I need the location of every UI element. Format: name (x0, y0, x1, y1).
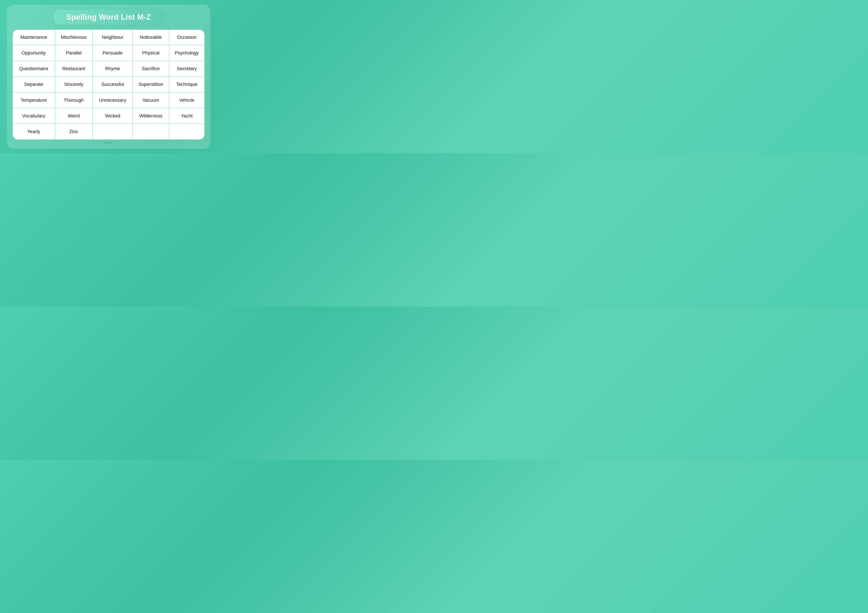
word-cell: Yacht (169, 108, 205, 124)
word-cell (93, 124, 133, 139)
table-row: QuestionnaireRestaurantRhymeSacrificeSec… (13, 61, 205, 76)
word-cell: Wilderness (133, 108, 169, 124)
page-title: Spelling Word List M-Z (66, 13, 151, 22)
word-cell: Weird (55, 108, 93, 124)
page-container: Spelling Word List M-Z MaintenanceMischi… (7, 5, 210, 149)
word-cell: Yearly (13, 124, 55, 139)
title-pill: Spelling Word List M-Z (53, 10, 164, 25)
word-cell: Temperature (13, 93, 55, 108)
word-cell: Persuade (93, 45, 133, 61)
word-cell: Maintenance (13, 30, 55, 45)
word-cell (133, 124, 169, 139)
word-cell: Vacuum (133, 93, 169, 108)
table-row: VocabularyWeirdWickedWildernessYacht (13, 108, 205, 124)
word-cell: Rhyme (93, 61, 133, 76)
word-cell: Psychology (169, 45, 205, 61)
word-table: MaintenanceMischievousNeighbourNoticeabl… (13, 30, 205, 139)
table-row: YearlyZinc (13, 124, 205, 139)
word-cell: Superstition (133, 76, 169, 92)
word-cell: Secretary (169, 61, 205, 76)
word-cell: Vocabulary (13, 108, 55, 124)
word-cell: Zinc (55, 124, 93, 139)
table-row: SeparateSincerelySuccessfulSuperstitionT… (13, 76, 205, 92)
word-cell: Questionnaire (13, 61, 55, 76)
word-cell: Wicked (93, 108, 133, 124)
word-cell: Opportunity (13, 45, 55, 61)
word-card: MaintenanceMischievousNeighbourNoticeabl… (13, 30, 205, 139)
word-cell: Separate (13, 76, 55, 92)
kami-footer: kami (104, 141, 113, 145)
word-cell: Restaurant (55, 61, 93, 76)
word-cell: Neighbour (93, 30, 133, 45)
word-cell (169, 124, 205, 139)
word-cell: Thorough (55, 93, 93, 108)
table-row: OpportunityParallelPersuadePhysicalPsych… (13, 45, 205, 61)
word-cell: Sincerely (55, 76, 93, 92)
word-cell: Mischievous (55, 30, 93, 45)
word-cell: Occasion (169, 30, 205, 45)
table-row: MaintenanceMischievousNeighbourNoticeabl… (13, 30, 205, 45)
word-cell: Vehicle (169, 93, 205, 108)
word-cell: Successful (93, 76, 133, 92)
word-cell: Physical (133, 45, 169, 61)
word-cell: Noticeable (133, 30, 169, 45)
word-cell: Sacrifice (133, 61, 169, 76)
word-cell: Technique (169, 76, 205, 92)
table-row: TemperatureThoroughUnnecessaryVacuumVehi… (13, 93, 205, 108)
word-cell: Parallel (55, 45, 93, 61)
word-cell: Unnecessary (93, 93, 133, 108)
